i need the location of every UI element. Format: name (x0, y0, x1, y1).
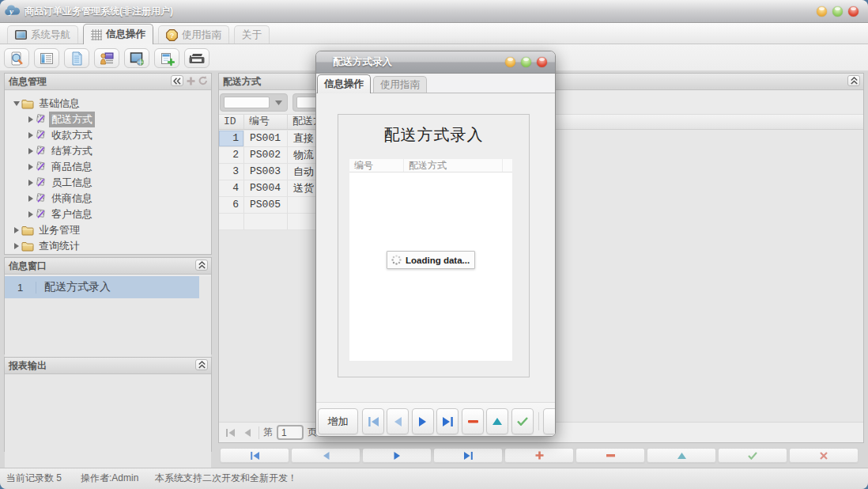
report-output-body (5, 374, 211, 468)
cell-code: PS002 (244, 147, 288, 163)
tree-node-supplier-info[interactable]: 供商信息 (5, 191, 211, 207)
dialog-add-button[interactable]: 增加 (318, 408, 358, 434)
tree-node-label: 配送方式 (49, 112, 95, 127)
dialog-grid: 编号 配送方式 (349, 159, 512, 361)
new-document-button[interactable] (64, 48, 89, 68)
panel-info-manage: 信息管理 (4, 73, 212, 255)
preview-button[interactable] (4, 48, 29, 68)
maximize-button[interactable] (832, 6, 843, 17)
tree-node-label: 供商信息 (49, 191, 95, 207)
collapse-up-button[interactable] (847, 75, 860, 86)
tab-user-guide[interactable]: ? 使用指南 (158, 25, 229, 44)
user-form-icon (99, 51, 115, 66)
cancel-record-button[interactable] (789, 448, 859, 463)
add-record-button[interactable] (504, 448, 574, 463)
title-bar: y 商品订单业务管理系统(非注册用户) (0, 0, 868, 23)
dialog-grid-column-way[interactable]: 配送方式 (404, 159, 503, 172)
wand-icon (36, 161, 47, 172)
page-label-pre: 第 (263, 426, 273, 439)
tab-label: 系统导航 (31, 28, 70, 42)
app-logo-icon: y (5, 5, 21, 17)
dialog-add-label: 增加 (328, 415, 349, 429)
dialog-edit-button[interactable] (486, 408, 508, 434)
tab-about[interactable]: 关于 (234, 25, 270, 44)
remove-icon (468, 420, 478, 423)
dialog-remove-button[interactable] (462, 408, 484, 434)
nav-prev-button[interactable] (291, 448, 360, 463)
tree-node-payment-way[interactable]: 收款方式 (5, 127, 211, 143)
dialog-minimize-button[interactable] (505, 57, 515, 67)
dialog-next-button[interactable] (412, 408, 434, 434)
tree-node-query-stats[interactable]: 查询统计 (5, 238, 211, 254)
close-button[interactable] (848, 6, 859, 17)
add-icon[interactable] (187, 77, 195, 85)
info-window-item[interactable]: 1 配送方式录入 (5, 276, 199, 298)
ok-icon (517, 417, 528, 426)
caret-right-icon (14, 227, 19, 233)
nav-first-button[interactable] (220, 448, 289, 463)
edit-record-button[interactable] (647, 448, 716, 463)
cell-id (219, 214, 244, 229)
dialog-grid-column-code[interactable]: 编号 (349, 159, 404, 172)
dialog-body: 配送方式录入 编号 配送方式 (316, 93, 555, 436)
panel-info-manage-header: 信息管理 (5, 74, 211, 90)
dialog-form-panel: 配送方式录入 编号 配送方式 (338, 114, 530, 377)
nav-next-button[interactable] (362, 448, 432, 463)
tab-info-operation[interactable]: 信息操作 (83, 24, 153, 44)
cell-id: 6 (219, 197, 244, 213)
collapse-up-button[interactable] (195, 359, 208, 370)
caret-down-icon (13, 101, 20, 106)
dialog-title-bar[interactable]: 配送方式录入 (316, 51, 555, 74)
nav-last-button[interactable] (433, 448, 503, 463)
up-icon (492, 418, 502, 425)
add-window-button[interactable] (154, 48, 179, 68)
tree-node-product-info[interactable]: 商品信息 (5, 159, 211, 175)
dialog-tab-label: 信息操作 (324, 78, 364, 91)
page-prev-button[interactable] (239, 424, 256, 442)
grid-column-code[interactable]: 编号 (244, 115, 288, 129)
monitor-icon (15, 30, 27, 40)
dialog-tab-info-operation[interactable]: 信息操作 (317, 74, 371, 93)
tree-node-business-manage[interactable]: 业务管理 (5, 222, 211, 238)
loading-indicator: Loading data... (387, 251, 475, 269)
filter-combo-1[interactable] (220, 93, 288, 112)
dialog-grid-header: 编号 配送方式 (349, 159, 512, 172)
refresh-icon[interactable] (198, 76, 208, 85)
save-record-button[interactable] (718, 448, 787, 463)
up-icon (677, 453, 686, 459)
dialog-last-button[interactable] (436, 408, 459, 434)
dialog-tab-user-guide[interactable]: 使用指南 (373, 76, 427, 93)
wand-icon (36, 146, 47, 157)
grid-column-id[interactable]: ID (219, 115, 244, 129)
browser-button[interactable] (124, 48, 149, 68)
tab-label: 信息操作 (106, 28, 145, 41)
panel-title: 信息窗口 (9, 260, 47, 271)
wand-icon (36, 130, 47, 141)
tab-system-nav[interactable]: 系统导航 (7, 25, 78, 44)
tree-node-label: 收款方式 (49, 127, 95, 143)
tree-node-label: 客户信息 (49, 207, 95, 222)
dialog-maximize-button[interactable] (521, 57, 531, 67)
datasheet-button[interactable] (34, 48, 59, 68)
page-first-button[interactable] (221, 424, 239, 442)
remove-record-button[interactable] (576, 448, 645, 463)
page-number-input[interactable] (277, 425, 304, 440)
dialog-close-button[interactable] (537, 57, 547, 67)
tree-node-base-info[interactable]: 基础信息 (5, 96, 211, 112)
dialog-cancel-button[interactable] (543, 408, 556, 434)
wand-icon (36, 177, 47, 188)
user-form-button[interactable] (94, 48, 119, 68)
dialog-save-button[interactable] (511, 408, 534, 434)
tree-node-customer-info[interactable]: 客户信息 (5, 207, 211, 222)
tree-node-employee-info[interactable]: 员工信息 (5, 175, 211, 191)
collapse-left-button[interactable] (171, 75, 183, 86)
tree-node-delivery-way[interactable]: 配送方式 (5, 112, 211, 127)
panel-info-window-header: 信息窗口 (5, 258, 211, 275)
cancel-icon (820, 452, 828, 460)
dialog-prev-button[interactable] (387, 408, 409, 434)
collapse-up-button[interactable] (195, 260, 208, 271)
print-button[interactable] (184, 48, 209, 68)
tree-node-settle-way[interactable]: 结算方式 (5, 143, 211, 159)
dialog-first-button[interactable] (362, 408, 384, 434)
minimize-button[interactable] (817, 6, 827, 17)
